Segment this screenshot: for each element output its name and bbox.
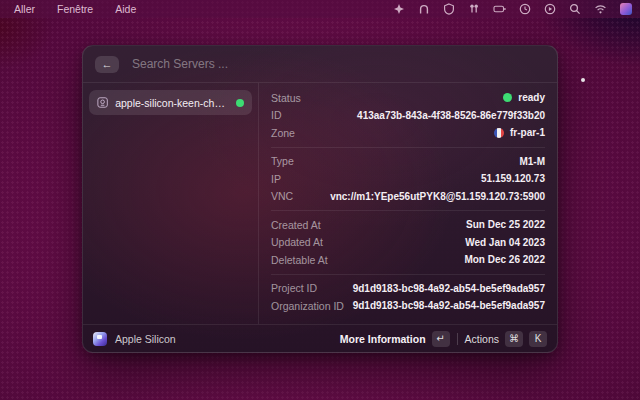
window-body: apple-silicon-keen-chaplygin Status read…: [83, 83, 557, 324]
server-details: Status ready ID 413aa73b-843a-4f38-8526-…: [259, 83, 557, 324]
airpods-icon[interactable]: [468, 3, 480, 15]
cursor-dot: [581, 78, 585, 82]
window-footer: Apple Silicon More Information ↵ Actions…: [83, 324, 557, 352]
wifi-icon[interactable]: [594, 3, 607, 15]
enter-keycap: ↵: [432, 331, 450, 347]
detail-row-project-id: Project ID 9d1d9183-bc98-4a92-ab54-be5ef…: [271, 280, 545, 298]
actions-button[interactable]: Actions ⌘ K: [465, 331, 547, 347]
server-list: apple-silicon-keen-chaplygin: [83, 83, 259, 324]
ip-value: 51.159.120.73: [481, 173, 545, 184]
server-status-dot: [236, 99, 244, 107]
menu-aide[interactable]: Aide: [104, 0, 147, 18]
sparkle-icon[interactable]: [393, 3, 405, 15]
detail-row-type: Type M1-M: [271, 153, 545, 171]
back-button[interactable]: ←: [95, 56, 119, 73]
divider: [271, 147, 545, 148]
app-name: Apple Silicon: [115, 333, 176, 345]
updated-value: Wed Jan 04 2023: [465, 237, 545, 248]
raycast-window: ← apple-silicon-keen-chaplygin Status re…: [82, 45, 558, 353]
menu-fenetre[interactable]: Fenêtre: [46, 0, 104, 18]
footer-divider: [457, 333, 458, 345]
command-keycap: ⌘: [505, 331, 523, 347]
detail-row-deletable: Deletable At Mon Dec 26 2022: [271, 251, 545, 269]
detail-row-ip: IP 51.159.120.73: [271, 170, 545, 188]
detail-row-updated: Updated At Wed Jan 04 2023: [271, 234, 545, 252]
raycast-icon[interactable]: [418, 3, 430, 15]
organization-id-value: 9d1d9183-bc98-4a92-ab54-be5ef9ada957: [353, 300, 545, 311]
clock-icon[interactable]: [519, 3, 531, 15]
battery-icon[interactable]: [493, 3, 506, 15]
shield-icon[interactable]: [443, 3, 455, 15]
menu-aller[interactable]: Aller: [6, 0, 46, 18]
menu-bar: Aller Fenêtre Aide: [0, 0, 640, 18]
detail-row-created: Created At Sun Dec 25 2022: [271, 216, 545, 234]
apple-silicon-app-icon: [93, 332, 107, 346]
window-header: ←: [83, 46, 557, 83]
detail-row-organization-id: Organization ID 9d1d9183-bc98-4a92-ab54-…: [271, 297, 545, 315]
deletable-value: Mon Dec 26 2022: [464, 254, 545, 265]
detail-row-status: Status ready: [271, 89, 545, 107]
type-value: M1-M: [519, 156, 545, 167]
search-icon[interactable]: [569, 3, 581, 15]
menu-status-icons: [393, 3, 634, 15]
k-keycap: K: [529, 331, 547, 347]
france-flag-icon: [494, 128, 504, 138]
status-value: ready: [518, 92, 545, 103]
id-value: 413aa73b-843a-4f38-8526-86e779f33b20: [357, 110, 545, 121]
search-input[interactable]: [130, 56, 545, 72]
more-information-button[interactable]: More Information ↵: [340, 331, 450, 347]
created-value: Sun Dec 25 2022: [466, 219, 545, 230]
server-name: apple-silicon-keen-chaplygin: [115, 97, 229, 109]
divider: [271, 274, 545, 275]
avatar-icon[interactable]: [620, 3, 632, 15]
status-dot-icon: [503, 93, 512, 102]
detail-row-zone: Zone fr-par-1: [271, 124, 545, 142]
vnc-value: vnc://m1:YEpe56utPYK8@51.159.120.73:5900: [330, 191, 545, 202]
detail-row-vnc: VNC vnc://m1:YEpe56utPYK8@51.159.120.73:…: [271, 188, 545, 206]
list-item-server[interactable]: apple-silicon-keen-chaplygin: [89, 90, 252, 115]
project-id-value: 9d1d9183-bc98-4a92-ab54-be5ef9ada957: [353, 283, 545, 294]
server-icon: [97, 96, 108, 109]
divider: [271, 210, 545, 211]
play-circle-icon[interactable]: [544, 3, 556, 15]
zone-value: fr-par-1: [510, 127, 545, 138]
detail-row-id: ID 413aa73b-843a-4f38-8526-86e779f33b20: [271, 107, 545, 125]
